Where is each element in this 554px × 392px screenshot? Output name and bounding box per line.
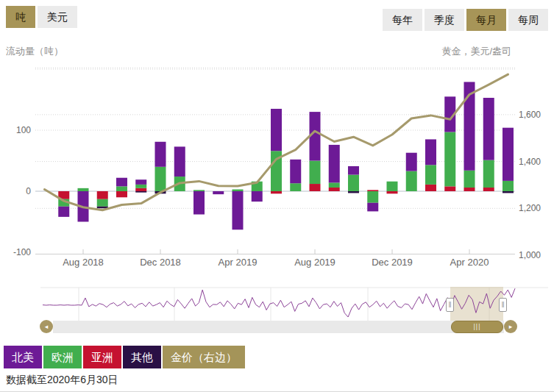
navigator-chart[interactable]	[0, 287, 554, 324]
navigator-series-line	[43, 288, 515, 317]
legend-item-other[interactable]: 其他	[123, 346, 161, 368]
freq-button-monthly[interactable]: 每月	[466, 9, 506, 31]
unit-toggle: 吨 美元	[6, 6, 77, 28]
legend-item-north-america[interactable]: 北美	[4, 346, 42, 368]
svg-text:Aug 2019: Aug 2019	[294, 257, 335, 268]
svg-text:Dec 2018: Dec 2018	[140, 257, 181, 268]
svg-text:Dec 2019: Dec 2019	[372, 257, 413, 268]
svg-text:-100: -100	[13, 247, 31, 257]
navigator-selection[interactable]	[450, 287, 503, 324]
navigator-left-handle-icon[interactable]: ‖	[446, 298, 454, 312]
left-axis-title: 流动量（吨）	[6, 45, 63, 58]
frequency-toggle: 每年 季度 每月 每周	[383, 9, 548, 31]
scrollbar-thumb[interactable]: |||	[451, 321, 503, 333]
freq-button-weekly[interactable]: 每周	[508, 9, 548, 31]
navigator-right-handle-icon[interactable]: ‖	[499, 298, 507, 312]
svg-text:1,600: 1,600	[519, 110, 541, 120]
main-chart[interactable]: 1000-1001,6001,4001,2001,000Aug 2018Dec …	[0, 0, 554, 279]
freq-button-yearly[interactable]: 每年	[383, 9, 422, 31]
freq-button-quarterly[interactable]: 季度	[425, 9, 464, 31]
svg-text:100: 100	[16, 125, 31, 135]
legend-item-asia[interactable]: 亚洲	[83, 346, 121, 368]
svg-text:1,200: 1,200	[519, 203, 541, 213]
unit-button-tonnes[interactable]: 吨	[6, 6, 35, 28]
legend-item-europe[interactable]: 欧洲	[43, 346, 82, 368]
svg-text:Aug 2018: Aug 2018	[63, 257, 104, 268]
legend: 北美 欧洲 亚洲 其他 金价（右边）	[4, 346, 245, 368]
svg-text:0: 0	[26, 186, 31, 196]
svg-text:1,000: 1,000	[519, 250, 541, 260]
svg-text:Apr 2020: Apr 2020	[450, 257, 489, 268]
flow-bars[interactable]	[58, 82, 514, 229]
unit-button-usd[interactable]: 美元	[38, 6, 77, 28]
legend-item-gold-price[interactable]: 金价（右边）	[163, 346, 245, 368]
scroll-right-arrow-icon[interactable]: ▸	[504, 320, 517, 333]
scroll-left-arrow-icon[interactable]: ◂	[40, 320, 53, 333]
svg-text:Apr 2019: Apr 2019	[219, 257, 258, 268]
data-as-of-note: 数据截至2020年6月30日	[6, 374, 118, 387]
scrollbar-track[interactable]	[53, 321, 504, 333]
svg-text:1,400: 1,400	[519, 157, 541, 167]
right-axis-title: 黄金，美元/盎司	[441, 45, 511, 58]
